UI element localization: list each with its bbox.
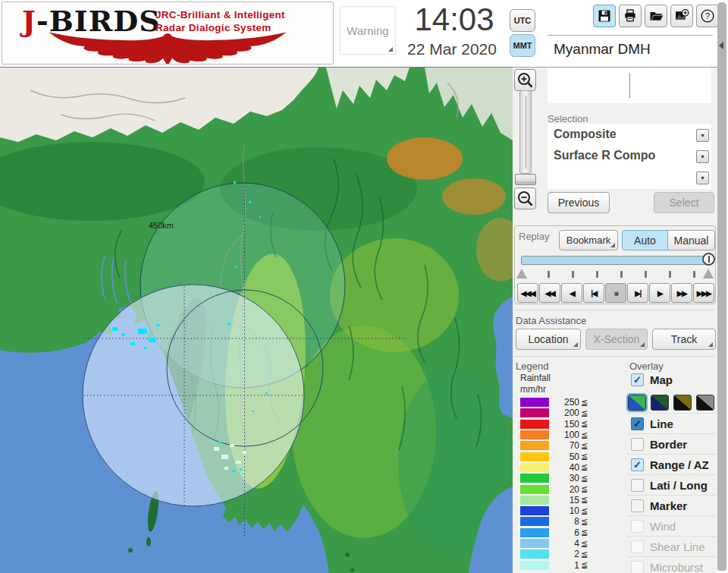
map-style-black-gray[interactable] [696, 395, 714, 411]
legend-row: 4≦ [520, 538, 611, 549]
previous-button[interactable]: Previous [548, 192, 610, 213]
play-button[interactable]: ▶ [649, 283, 670, 303]
legend-row: 150≦ [520, 419, 611, 430]
print-button[interactable] [619, 5, 642, 27]
chevron-down-icon[interactable]: ▼ [696, 150, 709, 163]
map-style-picker [628, 392, 716, 413]
legend-units: Rainfall mm/hr [520, 373, 551, 395]
legend-swatch [520, 539, 549, 548]
checkbox-map[interactable]: ✓ [631, 373, 644, 386]
overlay-item-range-az[interactable]: ✓ Range / AZ [628, 454, 716, 474]
range-end-marker[interactable] [703, 269, 714, 279]
station-separator [548, 35, 713, 36]
legend-swatch [520, 441, 549, 450]
zoom-slider-track[interactable] [519, 90, 532, 174]
play-reverse-button[interactable]: ◀ [561, 283, 582, 303]
step-forward-button[interactable]: ▶| [627, 283, 648, 303]
selection-label: Selection [548, 113, 588, 124]
logo-tagline-line1: JRC-Brilliant & Intelligent [155, 8, 285, 21]
zoom-slider-thumb[interactable] [515, 174, 536, 185]
legend-swatch [520, 463, 549, 472]
logo-tagline: JRC-Brilliant & Intelligent Radar Dialog… [155, 8, 285, 34]
eagle-icon [5, 31, 330, 65]
legend-unit-line1: Rainfall [520, 373, 551, 384]
product-text-box[interactable] [548, 68, 711, 103]
legend-swatch [520, 506, 549, 515]
dropdown-composite[interactable]: Composite ▼ [548, 125, 711, 146]
overlay-item-marker[interactable]: Marker [628, 495, 716, 515]
radar-map[interactable]: 450km [0, 67, 513, 573]
track-button[interactable]: Track [652, 329, 716, 350]
divider [514, 310, 714, 310]
select-button[interactable]: Select [654, 192, 714, 213]
manual-button[interactable]: Manual [667, 230, 715, 250]
map-style-navy-green[interactable] [651, 395, 669, 411]
chevron-down-icon[interactable]: ▼ [696, 172, 709, 184]
legend-row: 6≦ [520, 527, 611, 538]
chevron-down-icon[interactable]: ▼ [696, 129, 709, 142]
utc-button[interactable]: UTC [510, 9, 535, 32]
print-icon [623, 8, 638, 24]
jump-end-button[interactable]: ▶▶▶ [693, 283, 714, 303]
zoom-out-button[interactable] [514, 187, 536, 209]
map-style-green-blue[interactable] [628, 395, 646, 411]
map-style-black-olive[interactable] [673, 395, 692, 411]
checkbox-line[interactable]: ✓ [631, 417, 644, 430]
overlay-item-shear-line: Shear Line [628, 536, 716, 556]
overlay-item-map[interactable]: ✓ Map [628, 370, 716, 390]
timeline-tick [620, 271, 623, 278]
legend-row: 30≦ [520, 473, 611, 483]
legend-swatch [520, 420, 549, 429]
dropdown-surface-r-compo[interactable]: Surface R Compo ▼ [548, 146, 711, 168]
overlay-item-border[interactable]: Border [628, 433, 716, 454]
mmt-button[interactable]: MMT [510, 34, 535, 57]
auto-button[interactable]: Auto [622, 230, 668, 250]
replay-progress-fill [522, 257, 710, 264]
range-ring-label: 450km [149, 221, 174, 230]
playback-controls: ◀◀◀ ◀◀ ◀ |◀ ■ ▶| ▶ ▶▶ ▶▶▶ [517, 283, 714, 303]
legend-row: 8≦ [520, 516, 611, 527]
dropdown-composite-value: Composite [554, 128, 617, 141]
capture-button[interactable] [670, 5, 693, 27]
text-caret [629, 73, 630, 98]
checkbox-microburst [631, 561, 644, 573]
location-button[interactable]: Location [516, 329, 581, 350]
replay-slider-handle[interactable] [702, 253, 715, 266]
warning-button[interactable]: Warning [340, 6, 396, 55]
checkbox-shear-line [631, 540, 644, 553]
legend-row: 50≦ [520, 451, 611, 461]
bookmark-button[interactable]: Bookmark [559, 230, 618, 250]
x-section-button[interactable]: X-Section [585, 329, 648, 350]
legend-row: 1≦ [520, 559, 611, 570]
stop-button[interactable]: ■ [605, 283, 626, 303]
legend-swatch [520, 474, 549, 483]
legend-unit-line2: mm/hr [520, 384, 551, 395]
dropdown-empty[interactable]: ▼ [548, 168, 711, 189]
timeline-tick [572, 271, 574, 278]
legend-swatch [520, 549, 549, 559]
overlay-item-microburst: Microburst [628, 556, 716, 573]
checkbox-border[interactable] [631, 438, 644, 451]
help-button[interactable]: ? [696, 5, 719, 27]
zoom-in-button[interactable] [514, 69, 536, 91]
fast-rewind-button[interactable]: ◀◀ [539, 283, 560, 303]
legend-row: 15≦ [520, 495, 611, 505]
overlay-item-line[interactable]: ✓ Line [628, 413, 716, 433]
replay-progress-track[interactable] [521, 256, 711, 265]
checkbox-marker[interactable] [631, 499, 644, 512]
open-file-button[interactable] [645, 5, 667, 27]
fast-forward-button[interactable]: ▶▶ [671, 283, 692, 303]
legend-row: 200≦ [520, 408, 611, 418]
step-back-button[interactable]: |◀ [583, 283, 604, 303]
legend-swatch [520, 485, 549, 494]
range-start-marker[interactable] [516, 269, 527, 279]
divider [514, 356, 714, 357]
checkbox-lati-long[interactable] [631, 479, 644, 492]
overlay-item-lati-long[interactable]: Lati / Long [628, 474, 716, 495]
timeline-tick [645, 271, 647, 278]
jump-start-button[interactable]: ◀◀◀ [517, 283, 538, 303]
save-button[interactable] [593, 5, 616, 27]
checkbox-range-az[interactable]: ✓ [631, 458, 644, 471]
panel-collapse-strip[interactable] [717, 2, 726, 571]
timeline-tick [693, 271, 695, 278]
